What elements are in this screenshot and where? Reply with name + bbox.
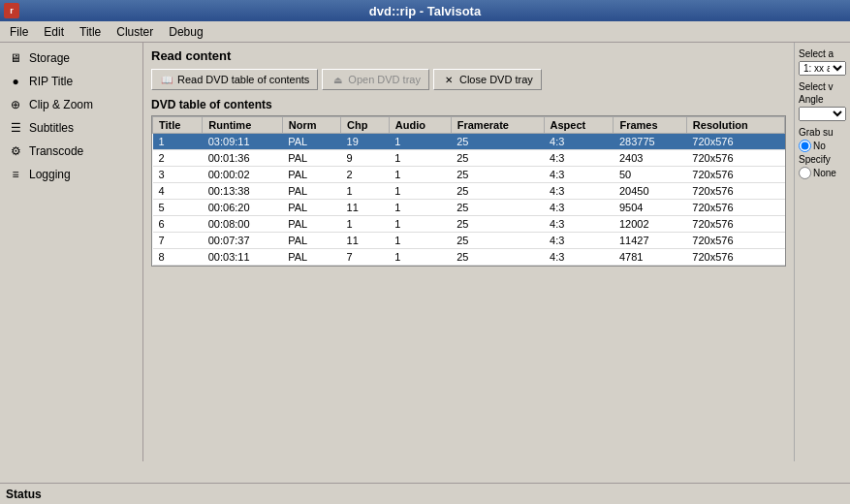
- menubar: FileEditTitleClusterDebug: [0, 21, 850, 43]
- select-a-dropdown[interactable]: 1: xx a: [799, 61, 846, 76]
- table-row[interactable]: 500:06:20PAL111254:39504720x576: [153, 200, 785, 216]
- select-v-label: Select v: [799, 81, 846, 92]
- dvd-table-container[interactable]: TitleRuntimeNormChpAudioFramerateAspectF…: [151, 115, 786, 267]
- angle-dropdown[interactable]: [799, 107, 846, 121]
- none-radio[interactable]: [799, 167, 811, 179]
- read-dvd-label: Read DVD table of contents: [177, 74, 309, 85]
- menu-item-debug[interactable]: Debug: [163, 24, 208, 40]
- clip-zoom-icon: ⊕: [8, 97, 23, 112]
- dvd-table-header: TitleRuntimeNormChpAudioFramerateAspectF…: [153, 117, 785, 134]
- cell-resolution: 720x576: [686, 249, 784, 266]
- sidebar-label-clip-zoom: Clip & Zoom: [29, 98, 93, 111]
- menu-item-title[interactable]: Title: [74, 24, 107, 40]
- sidebar-item-storage[interactable]: 🖥Storage: [0, 47, 142, 70]
- open-tray-icon: ⏏: [331, 73, 344, 86]
- table-row[interactable]: 400:13:38PAL11254:320450720x576: [153, 183, 785, 200]
- dvd-table-body[interactable]: 103:09:11PAL191254:3283775720x576200:01:…: [153, 134, 785, 266]
- cell-audio: 1: [389, 134, 451, 150]
- read-content-title: Read content: [151, 48, 786, 63]
- col-header-frames: Frames: [614, 117, 686, 134]
- content-area: Read content 📖Read DVD table of contents…: [143, 43, 794, 461]
- menu-item-cluster[interactable]: Cluster: [110, 24, 159, 40]
- cell-chp: 7: [341, 249, 390, 266]
- cell-title: 6: [153, 216, 203, 233]
- dvd-table: TitleRuntimeNormChpAudioFramerateAspectF…: [152, 116, 785, 266]
- close-tray-label: Close DVD tray: [459, 74, 533, 85]
- main-layout: 🖥Storage●RIP Title⊕Clip & Zoom☰Subtitles…: [0, 43, 850, 461]
- sidebar-label-logging: Logging: [29, 168, 71, 181]
- sidebar: 🖥Storage●RIP Title⊕Clip & Zoom☰Subtitles…: [0, 43, 143, 461]
- titlebar: r dvd::rip - Talvisota: [0, 0, 850, 21]
- table-row[interactable]: 103:09:11PAL191254:3283775720x576: [153, 134, 785, 150]
- sidebar-item-subtitles[interactable]: ☰Subtitles: [0, 116, 142, 140]
- cell-norm: PAL: [282, 134, 340, 150]
- cell-framerate: 25: [451, 233, 544, 249]
- cell-title: 5: [153, 200, 203, 216]
- cell-frames: 9504: [614, 200, 686, 216]
- sidebar-label-rip-title: RIP Title: [29, 75, 73, 88]
- cell-norm: PAL: [282, 216, 340, 233]
- table-row[interactable]: 600:08:00PAL11254:312002720x576: [153, 216, 785, 233]
- cell-resolution: 720x576: [686, 216, 784, 233]
- cell-frames: 12002: [614, 216, 686, 233]
- cell-aspect: 4:3: [544, 216, 614, 233]
- table-row[interactable]: 200:01:36PAL91254:32403720x576: [153, 150, 785, 167]
- app-icon: r: [4, 3, 19, 18]
- cell-chp: 1: [341, 183, 390, 200]
- cell-chp: 11: [341, 233, 390, 249]
- action-buttons-row: 📖Read DVD table of contents⏏Open DVD tra…: [151, 69, 786, 90]
- statusbar: Status: [0, 483, 850, 504]
- cell-framerate: 25: [451, 200, 544, 216]
- sidebar-item-rip-title[interactable]: ●RIP Title: [0, 70, 142, 93]
- cell-title: 4: [153, 183, 203, 200]
- table-row[interactable]: 300:00:02PAL21254:350720x576: [153, 167, 785, 183]
- cell-title: 1: [153, 134, 203, 150]
- table-header-row: TitleRuntimeNormChpAudioFramerateAspectF…: [153, 117, 785, 134]
- read-dvd-button[interactable]: 📖Read DVD table of contents: [151, 69, 318, 90]
- cell-chp: 19: [341, 134, 390, 150]
- cell-audio: 1: [389, 183, 451, 200]
- close-tray-button[interactable]: ✕Close DVD tray: [433, 69, 542, 90]
- logging-icon: ≡: [8, 167, 23, 182]
- cell-norm: PAL: [282, 249, 340, 266]
- cell-runtime: 00:00:02: [203, 167, 282, 183]
- cell-resolution: 720x576: [686, 167, 784, 183]
- cell-audio: 1: [389, 233, 451, 249]
- sidebar-item-logging[interactable]: ≡Logging: [0, 163, 142, 186]
- col-header-audio: Audio: [389, 117, 451, 134]
- col-header-framerate: Framerate: [451, 117, 544, 134]
- open-tray-label: Open DVD tray: [348, 74, 421, 85]
- menu-item-file[interactable]: File: [4, 24, 34, 40]
- table-row[interactable]: 700:07:37PAL111254:311427720x576: [153, 233, 785, 249]
- storage-icon: 🖥: [8, 50, 23, 66]
- cell-norm: PAL: [282, 200, 340, 216]
- cell-chp: 11: [341, 200, 390, 216]
- sidebar-item-transcode[interactable]: ⚙Transcode: [0, 140, 142, 163]
- right-panel: Select a 1: xx a Select v Angle Grab su …: [794, 43, 850, 461]
- cell-resolution: 720x576: [686, 134, 784, 150]
- cell-runtime: 00:01:36: [203, 150, 282, 167]
- subtitles-icon: ☰: [8, 120, 23, 136]
- cell-title: 8: [153, 249, 203, 266]
- cell-framerate: 25: [451, 134, 544, 150]
- cell-runtime: 00:03:11: [203, 249, 282, 266]
- cell-runtime: 03:09:11: [203, 134, 282, 150]
- cell-frames: 50: [614, 167, 686, 183]
- sidebar-item-clip-zoom[interactable]: ⊕Clip & Zoom: [0, 93, 142, 116]
- cell-framerate: 25: [451, 216, 544, 233]
- specify-label: Specify: [799, 154, 846, 165]
- no-radio[interactable]: [799, 140, 811, 152]
- col-header-aspect: Aspect: [544, 117, 614, 134]
- none-radio-row: None: [799, 167, 846, 179]
- none-label: None: [813, 168, 836, 178]
- cell-aspect: 4:3: [544, 183, 614, 200]
- cell-norm: PAL: [282, 150, 340, 167]
- cell-resolution: 720x576: [686, 200, 784, 216]
- cell-resolution: 720x576: [686, 150, 784, 167]
- menu-item-edit[interactable]: Edit: [38, 24, 70, 40]
- table-row[interactable]: 800:03:11PAL71254:34781720x576: [153, 249, 785, 266]
- cell-norm: PAL: [282, 233, 340, 249]
- cell-runtime: 00:06:20: [203, 200, 282, 216]
- cell-aspect: 4:3: [544, 233, 614, 249]
- grab-sub-label: Grab su: [799, 127, 846, 138]
